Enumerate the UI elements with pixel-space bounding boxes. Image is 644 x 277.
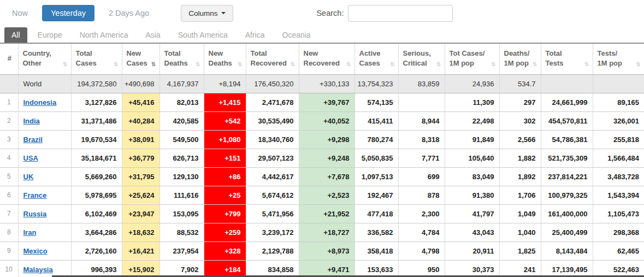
toolbar: NowYesterday2 Days Ago Columns Search: [0, 0, 644, 26]
country-link[interactable]: France [23, 191, 47, 199]
cell-active-cases: 780,274 [355, 130, 398, 149]
sort-icon[interactable]: ⇅ [63, 61, 67, 68]
sort-icon[interactable]: ⇅ [151, 61, 156, 68]
rank-cell: 9 [0, 241, 18, 260]
col-header-tests-1m-pop[interactable]: Tests/ 1M pop⇅ [593, 44, 644, 74]
cell-new-recovered: +9,471 [299, 260, 355, 277]
cell-new-cases: +25,624 [122, 186, 159, 204]
cell-new-recovered: +9,248 [299, 149, 355, 167]
table-row: 6France5,978,695+25,624111,616+255,674,6… [0, 186, 644, 204]
rank-cell: 5 [0, 167, 18, 186]
cell-active-cases: 415,411 [355, 111, 398, 130]
cell-total-tests [541, 74, 593, 93]
cell-total-tests: 24,661,999 [541, 93, 593, 111]
time-tab-2-days-ago[interactable]: 2 Days Ago [102, 5, 156, 21]
sort-icon[interactable]: ⇅ [196, 61, 200, 68]
cell-tot-cases-1m-pop: 91,849 [445, 130, 499, 149]
sort-icon[interactable]: ⇅ [390, 61, 394, 68]
continent-tab-oceania[interactable]: Oceania [275, 27, 318, 43]
table-row: 8Iran3,664,286+18,63288,532+2593,239,172… [0, 223, 644, 241]
cell-tests-1m-pop: 326,001 [593, 111, 644, 130]
cell-new-recovered: +2,523 [299, 186, 355, 204]
cell-new-deaths: +259 [204, 223, 246, 241]
search-input[interactable] [348, 5, 453, 22]
sort-icon[interactable]: ⇅ [636, 61, 641, 68]
rank-cell: 10 [0, 260, 18, 277]
cell-new-recovered: +21,952 [299, 204, 355, 223]
cell-total-deaths: 549,500 [159, 130, 204, 149]
columns-button[interactable]: Columns [181, 5, 233, 22]
country-link[interactable]: Malaysia [23, 266, 53, 274]
col-header-deaths-1m-pop[interactable]: Deaths/ 1M pop⇅ [499, 44, 541, 74]
sort-icon[interactable]: ⇅ [346, 61, 351, 68]
cell-total-deaths: 420,585 [159, 111, 204, 130]
continent-tab-europe[interactable]: Europe [31, 27, 69, 43]
col-header-total-deaths[interactable]: Total Deaths⇅ [159, 44, 204, 74]
col-header-new-deaths[interactable]: New Deaths⇅ [204, 44, 246, 74]
cell-total-deaths: 129,130 [159, 167, 204, 186]
col-header-total-cases[interactable]: Total Cases⇅ [71, 44, 122, 74]
cell-new-cases: +490,698 [122, 74, 159, 93]
cell-total-tests: 161,400,000 [541, 204, 593, 223]
cell-total-deaths: 111,616 [159, 186, 204, 204]
cell-total-recovered: 3,239,172 [246, 223, 299, 241]
sort-icon[interactable]: ⇅ [584, 61, 589, 68]
cell-tot-cases-1m-pop: 11,309 [445, 93, 499, 111]
time-tabs: NowYesterday2 Days Ago [5, 5, 156, 21]
table-row: 3Brazil19,670,534+38,091549,500+1,08018,… [0, 130, 644, 149]
col-header-label: New Deaths [209, 49, 232, 68]
country-link[interactable]: Indonesia [23, 98, 57, 107]
cell-total-tests: 8,143,484 [541, 241, 593, 260]
continent-tab-asia[interactable]: Asia [138, 27, 167, 43]
country-link[interactable]: USA [23, 154, 38, 162]
cell-total-deaths: 82,013 [159, 93, 204, 111]
cell-new-cases: +16,421 [122, 241, 159, 260]
cell-new-deaths: +151 [204, 149, 246, 167]
cell-tests-1m-pop: 89,165 [593, 93, 644, 111]
continent-tab-africa[interactable]: Africa [238, 27, 272, 43]
sort-icon[interactable]: ⇅ [238, 61, 242, 68]
col-header-active-cases[interactable]: Active Cases⇅ [355, 44, 398, 74]
col-header-tot-cases-1m-pop[interactable]: Tot Cases/ 1M pop⇅ [445, 44, 499, 74]
cell-new-deaths: +1,080 [204, 130, 246, 149]
cell-deaths-1m-pop: 1,049 [499, 204, 541, 223]
sort-icon[interactable]: ⇅ [436, 61, 441, 68]
col-header-total-tests[interactable]: Total Tests⇅ [541, 44, 593, 74]
country-link[interactable]: Russia [23, 210, 47, 218]
cell-total-deaths: 7,902 [159, 260, 204, 277]
cell-total-recovered: 18,340,760 [246, 130, 299, 149]
time-tab-yesterday[interactable]: Yesterday [42, 5, 94, 21]
col-header-new-cases[interactable]: New Cases⇅ [122, 44, 159, 74]
col-header-new-recovered[interactable]: New Recovered⇅ [299, 44, 355, 74]
country-link[interactable]: Iran [23, 228, 37, 237]
sort-icon[interactable]: ⇅ [533, 61, 537, 68]
sort-icon[interactable]: ⇅ [491, 61, 495, 68]
country-cell: World [18, 74, 71, 93]
country-cell: USA [18, 149, 71, 167]
cell-total-tests: 521,735,309 [541, 149, 593, 167]
col-header-total-recovered[interactable]: Total Recovered⇅ [246, 44, 299, 74]
country-cell: France [18, 186, 71, 204]
continent-tab-south-america[interactable]: South America [171, 27, 235, 43]
country-link[interactable]: UK [23, 173, 34, 181]
cell-serious-critical: 878 [398, 186, 445, 204]
rank-cell: 3 [0, 130, 18, 149]
cell-serious-critical: 699 [398, 167, 445, 186]
table-row: 2India31,371,486+40,284420,585+54230,535… [0, 111, 644, 130]
country-cell: Indonesia [18, 93, 71, 111]
continent-tab-north-america[interactable]: North America [73, 27, 135, 43]
cell-total-cases: 5,669,260 [71, 167, 122, 186]
cell-new-recovered: +330,133 [299, 74, 355, 93]
col-header-serious-critical[interactable]: Serious, Critical⇅ [398, 44, 445, 74]
sort-icon[interactable]: ⇅ [114, 61, 118, 68]
col-header-country-other[interactable]: Country, Other⇅ [18, 44, 71, 74]
cell-total-cases: 194,372,580 [71, 74, 122, 93]
continent-tab-all[interactable]: All [4, 27, 27, 43]
sort-icon[interactable]: ⇅ [291, 61, 295, 68]
cell-total-cases: 6,102,469 [71, 204, 122, 223]
time-tab-now[interactable]: Now [5, 5, 34, 21]
country-link[interactable]: India [23, 117, 40, 125]
country-link[interactable]: Mexico [23, 247, 48, 255]
country-link[interactable]: Brazil [23, 135, 43, 144]
cell-total-deaths: 626,713 [159, 149, 204, 167]
